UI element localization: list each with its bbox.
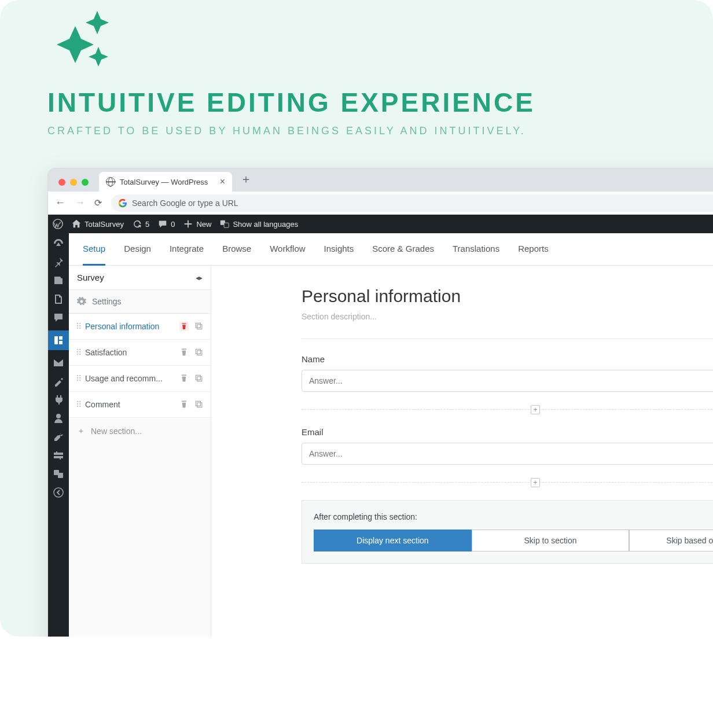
panel-title: Survey <box>77 273 104 282</box>
insert-divider: + <box>302 409 713 410</box>
users-icon[interactable] <box>53 413 64 424</box>
address-bar[interactable]: Search Google or type a URL <box>111 194 713 212</box>
section-panel: Survey ◂▸ Settings ⠿ Personal informatio… <box>69 266 211 637</box>
survey-menu-icon[interactable] <box>48 330 69 350</box>
delete-icon[interactable] <box>179 400 189 409</box>
pages-icon[interactable] <box>53 293 64 305</box>
svg-point-5 <box>54 488 63 497</box>
minimize-window-icon[interactable] <box>70 179 77 186</box>
close-tab-icon[interactable]: × <box>220 177 225 186</box>
mail-icon[interactable] <box>53 357 64 369</box>
drag-handle-icon[interactable]: ⠿ <box>76 402 80 407</box>
browser-tab-strip: TotalSurvey — WordPress × ＋ <box>48 168 713 192</box>
promo-subheading: CRAFTED TO BE USED BY HUMAN BEINGS EASIL… <box>0 118 713 137</box>
comments-icon[interactable] <box>53 312 64 323</box>
section-description[interactable]: Section description... <box>302 306 713 339</box>
svg-rect-13 <box>196 401 200 406</box>
browser-toolbar: ← → ⟳ Search Google or type a URL <box>48 192 713 215</box>
survey-tabs: Setup Design Integrate Browse Workflow I… <box>69 233 713 266</box>
svg-rect-8 <box>197 351 202 355</box>
svg-rect-2 <box>225 223 229 227</box>
collapse-panel-icon[interactable]: ◂▸ <box>196 274 203 282</box>
appearance-icon[interactable] <box>53 376 64 387</box>
window-controls[interactable] <box>54 179 95 192</box>
duplicate-icon[interactable] <box>194 348 204 357</box>
after-section-box: After completing this section: Display n… <box>302 500 713 564</box>
translate-icon[interactable] <box>53 468 64 480</box>
new-link[interactable]: New <box>183 219 211 229</box>
settings-item[interactable]: Settings <box>69 290 211 314</box>
duplicate-icon[interactable] <box>194 374 204 383</box>
section-title[interactable]: Personal information <box>302 286 713 306</box>
gear-icon <box>77 297 86 306</box>
plugins-icon[interactable] <box>53 394 64 406</box>
close-window-icon[interactable] <box>58 179 65 186</box>
name-input[interactable] <box>302 370 713 392</box>
plus-icon: ＋ <box>77 426 85 436</box>
wp-logo-icon[interactable] <box>53 219 63 229</box>
tab-translations[interactable]: Translations <box>453 233 499 266</box>
option-skip-to[interactable]: Skip to section <box>472 530 630 551</box>
reload-icon[interactable]: ⟳ <box>94 197 102 208</box>
languages-link[interactable]: Show all languages <box>219 219 298 229</box>
media-icon[interactable] <box>53 275 64 286</box>
duplicate-icon[interactable] <box>194 322 204 331</box>
after-section-label: After completing this section: <box>314 512 713 521</box>
svg-rect-10 <box>197 377 202 381</box>
section-item-comment[interactable]: ⠿ Comment <box>69 392 211 418</box>
add-field-icon[interactable]: + <box>531 405 540 414</box>
pin-icon[interactable] <box>53 256 64 268</box>
option-skip-based[interactable]: Skip based on answers <box>629 530 713 551</box>
address-bar-placeholder: Search Google or type a URL <box>132 198 238 208</box>
tab-insights[interactable]: Insights <box>324 233 354 266</box>
field-name[interactable]: Name <box>302 354 713 392</box>
tab-reports[interactable]: Reports <box>518 233 549 266</box>
section-item-satisfaction[interactable]: ⠿ Satisfaction <box>69 340 211 366</box>
svg-rect-4 <box>58 473 63 478</box>
section-item-usage[interactable]: ⠿ Usage and recomm... <box>69 366 211 392</box>
delete-icon[interactable] <box>179 374 189 383</box>
dashboard-icon[interactable] <box>53 238 64 249</box>
add-field-icon[interactable]: + <box>531 478 540 487</box>
wp-admin-bar: TotalSurvey 5 0 New Show all languages <box>48 215 713 233</box>
globe-icon <box>106 177 115 186</box>
tab-integrate[interactable]: Integrate <box>170 233 204 266</box>
option-display-next[interactable]: Display next section <box>314 530 472 551</box>
back-icon[interactable]: ← <box>55 197 65 209</box>
browser-tab[interactable]: TotalSurvey — WordPress × <box>99 172 232 192</box>
duplicate-icon[interactable] <box>194 400 204 409</box>
forward-icon: → <box>75 197 85 209</box>
settings-icon[interactable] <box>53 450 64 461</box>
tab-design[interactable]: Design <box>124 233 151 266</box>
delete-icon[interactable] <box>179 322 189 331</box>
wp-menu[interactable] <box>48 233 69 637</box>
section-item-personal[interactable]: ⠿ Personal information <box>69 314 211 340</box>
drag-handle-icon[interactable]: ⠿ <box>76 324 80 329</box>
new-section-button[interactable]: ＋ New section... <box>69 418 211 444</box>
field-email[interactable]: Email <box>302 427 713 465</box>
updates-link[interactable]: 5 <box>132 219 149 229</box>
google-icon <box>118 198 127 208</box>
svg-rect-6 <box>197 325 202 329</box>
browser-tab-title: TotalSurvey — WordPress <box>120 178 208 186</box>
insert-divider: + <box>302 482 713 483</box>
tab-setup[interactable]: Setup <box>83 233 105 266</box>
new-tab-button[interactable]: ＋ <box>232 171 252 192</box>
maximize-window-icon[interactable] <box>82 179 89 186</box>
svg-rect-9 <box>196 349 200 354</box>
drag-handle-icon[interactable]: ⠿ <box>76 350 80 355</box>
tools-icon[interactable] <box>53 431 64 443</box>
site-link[interactable]: TotalSurvey <box>71 219 124 229</box>
svg-rect-11 <box>196 375 200 380</box>
delete-icon[interactable] <box>179 348 189 357</box>
email-input[interactable] <box>302 443 713 465</box>
drag-handle-icon[interactable]: ⠿ <box>76 376 80 381</box>
tab-workflow[interactable]: Workflow <box>270 233 305 266</box>
tab-score[interactable]: Score & Grades <box>372 233 434 266</box>
comments-link[interactable]: 0 <box>157 219 175 229</box>
field-label: Name <box>302 354 713 364</box>
svg-rect-7 <box>196 323 200 328</box>
tab-browse[interactable]: Browse <box>222 233 251 266</box>
svg-rect-12 <box>197 403 202 407</box>
collapse-icon[interactable] <box>53 487 64 498</box>
